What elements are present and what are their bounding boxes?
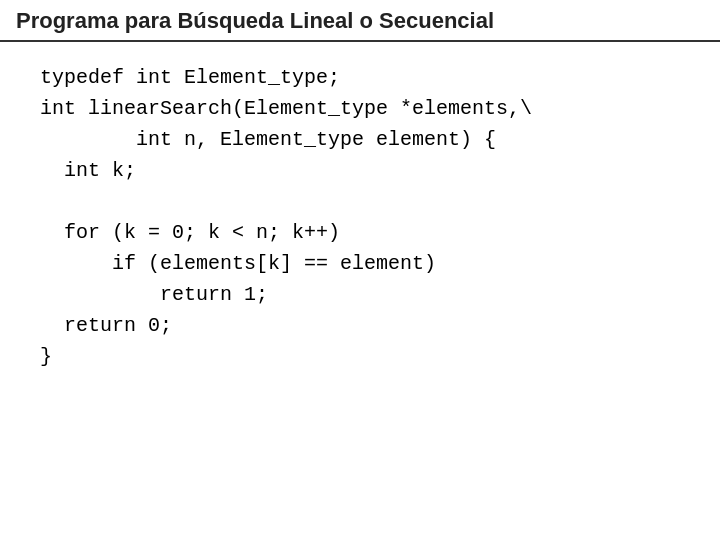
code-block: typedef int Element_type; int linearSear…: [40, 62, 680, 372]
page-title: Programa para Búsqueda Lineal o Secuenci…: [16, 8, 494, 33]
code-area: typedef int Element_type; int linearSear…: [0, 42, 720, 540]
title-bar: Programa para Búsqueda Lineal o Secuenci…: [0, 0, 720, 42]
page-container: Programa para Búsqueda Lineal o Secuenci…: [0, 0, 720, 540]
